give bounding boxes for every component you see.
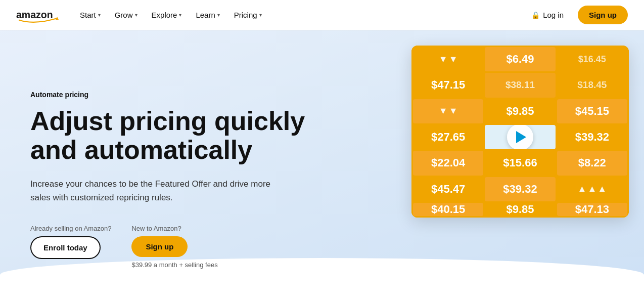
svg-text:amazon: amazon xyxy=(16,9,53,20)
cta-subtext: $39.99 a month + selling fees xyxy=(131,261,217,269)
price-cell: $16.45 xyxy=(557,47,627,71)
arrow-down-icon: ▼ xyxy=(439,106,448,116)
new-seller-label: New to Amazon? xyxy=(131,225,181,232)
price-cell: $47.13 xyxy=(557,203,627,216)
hero-ctas: Already selling on Amazon? Enroll today … xyxy=(30,225,344,269)
price-cell: $27.65 xyxy=(413,125,483,149)
signup-button[interactable]: Sign up xyxy=(578,6,628,24)
chevron-down-icon: ▾ xyxy=(98,12,101,18)
price-cell: $9.85 xyxy=(485,99,555,123)
price-cell: $45.47 xyxy=(413,177,483,201)
price-cell: $40.15 xyxy=(413,203,483,216)
arrow-up-icon: ▲ xyxy=(597,184,607,194)
price-cell: $38.11 xyxy=(485,73,555,97)
navbar-actions: 🔒 Log in Sign up xyxy=(525,6,628,24)
lock-icon: 🔒 xyxy=(531,11,540,19)
hero-title: Adjust pricing quickly and automatically xyxy=(30,107,344,164)
enroll-cta-group: Already selling on Amazon? Enroll today xyxy=(30,225,111,259)
arrow-down-icon: ▼ xyxy=(449,106,458,116)
arrow-up-icon: ▲ xyxy=(578,184,587,194)
hero-content: Automate pricing Adjust pricing quickly … xyxy=(30,91,344,269)
arrow-up-icon: ▲ xyxy=(587,184,596,194)
play-button-cell[interactable] xyxy=(485,125,555,149)
price-cell: ▼ ▼ xyxy=(413,99,483,123)
chevron-down-icon: ▾ xyxy=(135,12,137,18)
price-cell: $15.66 xyxy=(485,151,555,175)
price-cell: ▲ ▲ ▲ xyxy=(557,177,627,201)
price-cell: $47.15 xyxy=(413,73,483,97)
chevron-down-icon: ▾ xyxy=(217,12,220,18)
price-cell: $9.85 xyxy=(485,203,555,216)
navbar: amazon Start ▾ Grow ▾ Explore ▾ Learn ▾ … xyxy=(0,0,644,30)
hero-price-visual[interactable]: ▼ ▼ $6.49 $16.45 $47.15 $38.11 $18.45 ▼ … xyxy=(411,46,629,218)
chevron-down-icon: ▾ xyxy=(259,12,262,18)
hero-signup-button[interactable]: Sign up xyxy=(131,236,188,257)
chevron-down-icon: ▾ xyxy=(179,12,181,18)
price-grid: ▼ ▼ $6.49 $16.45 $47.15 $38.11 $18.45 ▼ … xyxy=(411,46,629,218)
nav-item-explore[interactable]: Explore ▾ xyxy=(146,7,188,23)
existing-seller-label: Already selling on Amazon? xyxy=(30,225,111,232)
play-icon[interactable] xyxy=(507,125,533,149)
price-cell: $39.32 xyxy=(485,177,555,201)
arrow-down-icon: ▼ xyxy=(439,54,448,65)
price-cell: $18.45 xyxy=(557,73,627,97)
price-cell: $45.15 xyxy=(557,99,627,123)
nav-item-learn[interactable]: Learn ▾ xyxy=(190,7,225,23)
nav-menu: Start ▾ Grow ▾ Explore ▾ Learn ▾ Pricing… xyxy=(74,7,525,23)
nav-item-start[interactable]: Start ▾ xyxy=(74,7,107,23)
price-cell: $6.49 xyxy=(485,47,555,71)
hero-description: Increase your chances to be the Featured… xyxy=(30,177,283,204)
price-cell: $22.04 xyxy=(413,151,483,175)
nav-item-pricing[interactable]: Pricing ▾ xyxy=(228,7,268,23)
price-cell: $39.32 xyxy=(557,125,627,149)
hero-section: Automate pricing Adjust pricing quickly … xyxy=(0,30,644,298)
hero-eyebrow: Automate pricing xyxy=(30,91,344,99)
amazon-logo[interactable]: amazon xyxy=(16,5,62,25)
enroll-button[interactable]: Enroll today xyxy=(30,236,101,259)
signup-cta-group: New to Amazon? Sign up $39.99 a month + … xyxy=(131,225,217,269)
arrow-down-icon: ▼ xyxy=(449,54,458,65)
price-cell: $8.22 xyxy=(557,151,627,175)
login-button[interactable]: 🔒 Log in xyxy=(525,7,570,23)
price-cell: ▼ ▼ xyxy=(413,47,483,71)
play-triangle xyxy=(516,131,526,143)
nav-item-grow[interactable]: Grow ▾ xyxy=(109,7,144,23)
